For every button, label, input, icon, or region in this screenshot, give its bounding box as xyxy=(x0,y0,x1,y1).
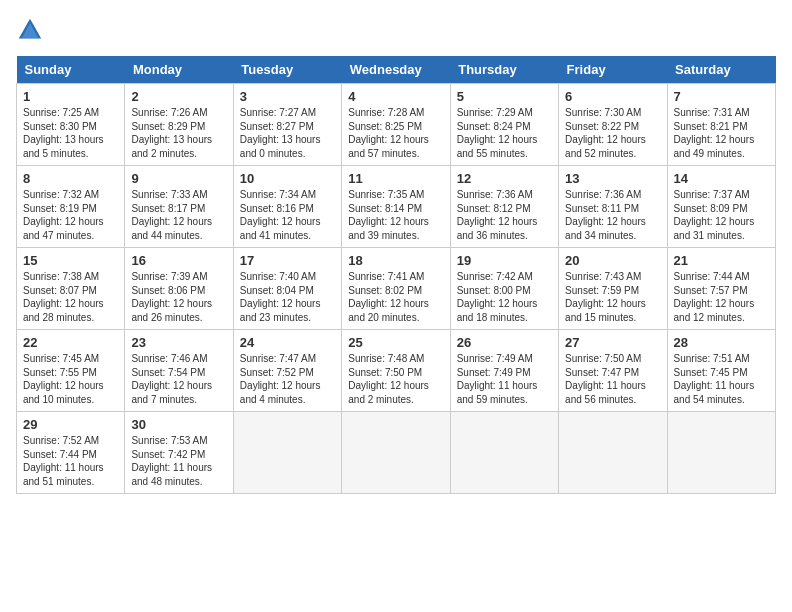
calendar-week-row: 29Sunrise: 7:52 AMSunset: 7:44 PMDayligh… xyxy=(17,412,776,494)
calendar-week-row: 22Sunrise: 7:45 AMSunset: 7:55 PMDayligh… xyxy=(17,330,776,412)
cell-text: Sunrise: 7:40 AMSunset: 8:04 PMDaylight:… xyxy=(240,271,321,323)
day-number: 5 xyxy=(457,89,552,104)
cell-text: Sunrise: 7:46 AMSunset: 7:54 PMDaylight:… xyxy=(131,353,212,405)
calendar-cell: 25Sunrise: 7:48 AMSunset: 7:50 PMDayligh… xyxy=(342,330,450,412)
cell-text: Sunrise: 7:47 AMSunset: 7:52 PMDaylight:… xyxy=(240,353,321,405)
cell-text: Sunrise: 7:36 AMSunset: 8:12 PMDaylight:… xyxy=(457,189,538,241)
calendar-cell xyxy=(559,412,667,494)
calendar-cell: 2Sunrise: 7:26 AMSunset: 8:29 PMDaylight… xyxy=(125,84,233,166)
cell-text: Sunrise: 7:45 AMSunset: 7:55 PMDaylight:… xyxy=(23,353,104,405)
day-number: 28 xyxy=(674,335,769,350)
header-saturday: Saturday xyxy=(667,56,775,84)
calendar-cell: 20Sunrise: 7:43 AMSunset: 7:59 PMDayligh… xyxy=(559,248,667,330)
cell-text: Sunrise: 7:37 AMSunset: 8:09 PMDaylight:… xyxy=(674,189,755,241)
cell-text: Sunrise: 7:44 AMSunset: 7:57 PMDaylight:… xyxy=(674,271,755,323)
header-thursday: Thursday xyxy=(450,56,558,84)
calendar-cell: 23Sunrise: 7:46 AMSunset: 7:54 PMDayligh… xyxy=(125,330,233,412)
day-number: 19 xyxy=(457,253,552,268)
logo xyxy=(16,16,48,44)
cell-text: Sunrise: 7:48 AMSunset: 7:50 PMDaylight:… xyxy=(348,353,429,405)
day-number: 7 xyxy=(674,89,769,104)
header xyxy=(16,16,776,44)
cell-text: Sunrise: 7:43 AMSunset: 7:59 PMDaylight:… xyxy=(565,271,646,323)
calendar-cell: 22Sunrise: 7:45 AMSunset: 7:55 PMDayligh… xyxy=(17,330,125,412)
cell-text: Sunrise: 7:33 AMSunset: 8:17 PMDaylight:… xyxy=(131,189,212,241)
calendar-cell: 7Sunrise: 7:31 AMSunset: 8:21 PMDaylight… xyxy=(667,84,775,166)
day-number: 25 xyxy=(348,335,443,350)
calendar-cell xyxy=(342,412,450,494)
cell-text: Sunrise: 7:41 AMSunset: 8:02 PMDaylight:… xyxy=(348,271,429,323)
calendar-cell: 19Sunrise: 7:42 AMSunset: 8:00 PMDayligh… xyxy=(450,248,558,330)
day-number: 4 xyxy=(348,89,443,104)
day-number: 6 xyxy=(565,89,660,104)
calendar-cell: 9Sunrise: 7:33 AMSunset: 8:17 PMDaylight… xyxy=(125,166,233,248)
day-number: 20 xyxy=(565,253,660,268)
calendar-cell: 3Sunrise: 7:27 AMSunset: 8:27 PMDaylight… xyxy=(233,84,341,166)
calendar-cell: 1Sunrise: 7:25 AMSunset: 8:30 PMDaylight… xyxy=(17,84,125,166)
day-number: 3 xyxy=(240,89,335,104)
day-number: 14 xyxy=(674,171,769,186)
calendar-cell xyxy=(450,412,558,494)
cell-text: Sunrise: 7:25 AMSunset: 8:30 PMDaylight:… xyxy=(23,107,104,159)
cell-text: Sunrise: 7:38 AMSunset: 8:07 PMDaylight:… xyxy=(23,271,104,323)
calendar-cell: 17Sunrise: 7:40 AMSunset: 8:04 PMDayligh… xyxy=(233,248,341,330)
calendar-week-row: 1Sunrise: 7:25 AMSunset: 8:30 PMDaylight… xyxy=(17,84,776,166)
day-number: 2 xyxy=(131,89,226,104)
day-number: 10 xyxy=(240,171,335,186)
cell-text: Sunrise: 7:52 AMSunset: 7:44 PMDaylight:… xyxy=(23,435,104,487)
calendar-cell: 27Sunrise: 7:50 AMSunset: 7:47 PMDayligh… xyxy=(559,330,667,412)
cell-text: Sunrise: 7:50 AMSunset: 7:47 PMDaylight:… xyxy=(565,353,646,405)
cell-text: Sunrise: 7:49 AMSunset: 7:49 PMDaylight:… xyxy=(457,353,538,405)
calendar-cell: 26Sunrise: 7:49 AMSunset: 7:49 PMDayligh… xyxy=(450,330,558,412)
cell-text: Sunrise: 7:29 AMSunset: 8:24 PMDaylight:… xyxy=(457,107,538,159)
cell-text: Sunrise: 7:32 AMSunset: 8:19 PMDaylight:… xyxy=(23,189,104,241)
cell-text: Sunrise: 7:28 AMSunset: 8:25 PMDaylight:… xyxy=(348,107,429,159)
day-number: 9 xyxy=(131,171,226,186)
calendar-header-row: SundayMondayTuesdayWednesdayThursdayFrid… xyxy=(17,56,776,84)
calendar-cell: 30Sunrise: 7:53 AMSunset: 7:42 PMDayligh… xyxy=(125,412,233,494)
day-number: 18 xyxy=(348,253,443,268)
day-number: 27 xyxy=(565,335,660,350)
day-number: 22 xyxy=(23,335,118,350)
day-number: 23 xyxy=(131,335,226,350)
day-number: 12 xyxy=(457,171,552,186)
calendar-cell: 13Sunrise: 7:36 AMSunset: 8:11 PMDayligh… xyxy=(559,166,667,248)
day-number: 16 xyxy=(131,253,226,268)
header-tuesday: Tuesday xyxy=(233,56,341,84)
calendar-cell: 16Sunrise: 7:39 AMSunset: 8:06 PMDayligh… xyxy=(125,248,233,330)
day-number: 17 xyxy=(240,253,335,268)
day-number: 26 xyxy=(457,335,552,350)
calendar-cell: 8Sunrise: 7:32 AMSunset: 8:19 PMDaylight… xyxy=(17,166,125,248)
calendar-cell: 6Sunrise: 7:30 AMSunset: 8:22 PMDaylight… xyxy=(559,84,667,166)
calendar-body: 1Sunrise: 7:25 AMSunset: 8:30 PMDaylight… xyxy=(17,84,776,494)
cell-text: Sunrise: 7:26 AMSunset: 8:29 PMDaylight:… xyxy=(131,107,212,159)
day-number: 8 xyxy=(23,171,118,186)
cell-text: Sunrise: 7:39 AMSunset: 8:06 PMDaylight:… xyxy=(131,271,212,323)
calendar-cell: 15Sunrise: 7:38 AMSunset: 8:07 PMDayligh… xyxy=(17,248,125,330)
calendar-cell: 28Sunrise: 7:51 AMSunset: 7:45 PMDayligh… xyxy=(667,330,775,412)
day-number: 24 xyxy=(240,335,335,350)
calendar-cell: 21Sunrise: 7:44 AMSunset: 7:57 PMDayligh… xyxy=(667,248,775,330)
calendar-cell: 12Sunrise: 7:36 AMSunset: 8:12 PMDayligh… xyxy=(450,166,558,248)
calendar-cell: 14Sunrise: 7:37 AMSunset: 8:09 PMDayligh… xyxy=(667,166,775,248)
calendar-cell: 29Sunrise: 7:52 AMSunset: 7:44 PMDayligh… xyxy=(17,412,125,494)
header-friday: Friday xyxy=(559,56,667,84)
calendar-cell: 11Sunrise: 7:35 AMSunset: 8:14 PMDayligh… xyxy=(342,166,450,248)
day-number: 15 xyxy=(23,253,118,268)
calendar-table: SundayMondayTuesdayWednesdayThursdayFrid… xyxy=(16,56,776,494)
day-number: 29 xyxy=(23,417,118,432)
cell-text: Sunrise: 7:42 AMSunset: 8:00 PMDaylight:… xyxy=(457,271,538,323)
day-number: 21 xyxy=(674,253,769,268)
day-number: 1 xyxy=(23,89,118,104)
calendar-cell: 24Sunrise: 7:47 AMSunset: 7:52 PMDayligh… xyxy=(233,330,341,412)
calendar-cell: 10Sunrise: 7:34 AMSunset: 8:16 PMDayligh… xyxy=(233,166,341,248)
day-number: 13 xyxy=(565,171,660,186)
calendar-week-row: 8Sunrise: 7:32 AMSunset: 8:19 PMDaylight… xyxy=(17,166,776,248)
calendar-cell xyxy=(667,412,775,494)
cell-text: Sunrise: 7:35 AMSunset: 8:14 PMDaylight:… xyxy=(348,189,429,241)
cell-text: Sunrise: 7:34 AMSunset: 8:16 PMDaylight:… xyxy=(240,189,321,241)
day-number: 30 xyxy=(131,417,226,432)
calendar-cell xyxy=(233,412,341,494)
cell-text: Sunrise: 7:53 AMSunset: 7:42 PMDaylight:… xyxy=(131,435,212,487)
cell-text: Sunrise: 7:51 AMSunset: 7:45 PMDaylight:… xyxy=(674,353,755,405)
